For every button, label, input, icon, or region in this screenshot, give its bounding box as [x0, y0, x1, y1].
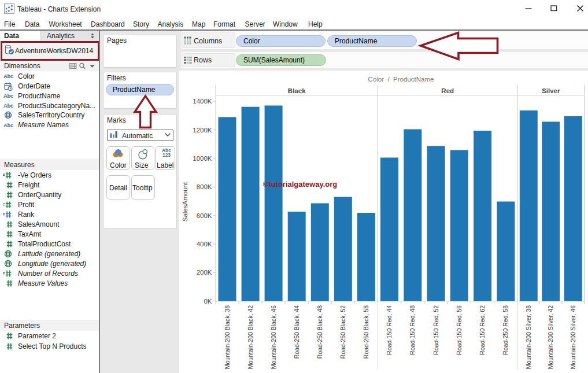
svg-text:Road-150 Red, 62: Road-150 Red, 62: [479, 305, 486, 355]
svg-text:Road-150 Red, 44: Road-150 Red, 44: [386, 305, 393, 355]
svg-text:Road-250 Black, 44: Road-250 Black, 44: [293, 305, 300, 359]
svg-text:1000K: 1000K: [193, 155, 212, 162]
svg-text:Red: Red: [441, 87, 454, 94]
svg-text:SalesAmount: SalesAmount: [182, 182, 188, 221]
svg-text:Mountain-200 Silver, 38: Mountain-200 Silver, 38: [525, 305, 532, 369]
svg-text:Mountain-200 Black, 38: Mountain-200 Black, 38: [224, 305, 231, 369]
svg-text:Road-250 Black, 52: Road-250 Black, 52: [339, 305, 346, 359]
svg-text:600K: 600K: [197, 212, 212, 219]
svg-text:Road-250 Black, 48: Road-250 Black, 48: [316, 305, 323, 359]
svg-text:1200K: 1200K: [193, 127, 212, 134]
svg-text:Black: Black: [288, 87, 306, 94]
svg-text:Mountain-200 Silver, 42: Mountain-200 Silver, 42: [547, 305, 554, 369]
svg-text:Mountain-200 Silver, 46: Mountain-200 Silver, 46: [569, 305, 576, 369]
svg-text:Road-150 Red, 52: Road-150 Red, 52: [432, 305, 439, 355]
svg-text:Mountain-200 Black, 46: Mountain-200 Black, 46: [270, 305, 277, 369]
svg-text:Road-150 Red, 56: Road-150 Red, 56: [456, 305, 463, 355]
svg-text:200K: 200K: [197, 269, 212, 276]
svg-text:Color / ProductName: Color / ProductName: [368, 76, 434, 83]
svg-text:Silver: Silver: [542, 87, 560, 94]
svg-text:0K: 0K: [204, 298, 212, 305]
svg-text:©tutorialgateway.org: ©tutorialgateway.org: [263, 180, 338, 189]
svg-text:Road-150 Red, 48: Road-150 Red, 48: [409, 305, 416, 355]
svg-text:800K: 800K: [197, 183, 212, 190]
svg-text:Road-250 Red, 58: Road-250 Red, 58: [502, 305, 509, 355]
svg-text:Road-250 Black, 58: Road-250 Black, 58: [363, 305, 369, 359]
svg-text:Mountain-200 Black, 42: Mountain-200 Black, 42: [247, 305, 254, 369]
svg-text:400K: 400K: [197, 241, 212, 248]
svg-text:1400K: 1400K: [193, 98, 212, 105]
